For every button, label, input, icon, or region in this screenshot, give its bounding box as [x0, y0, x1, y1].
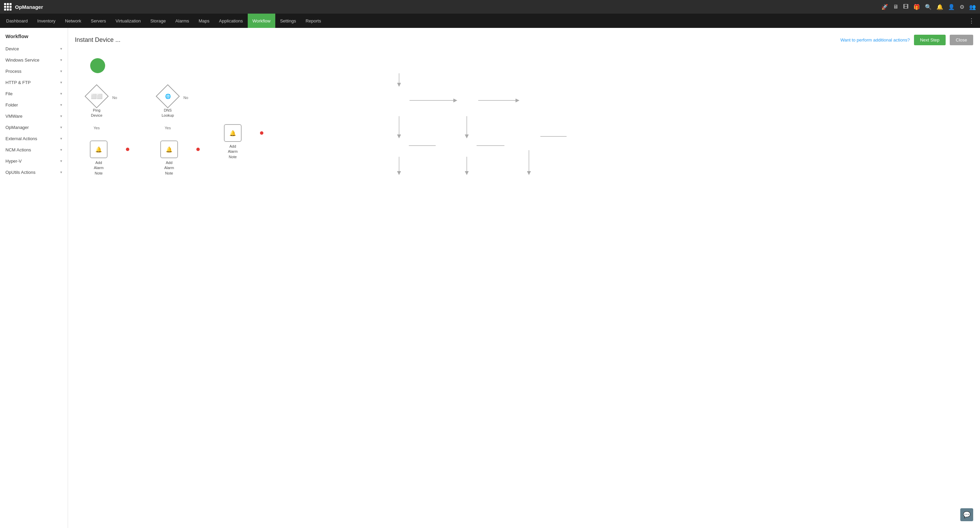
chat-button[interactable]: 💬: [960, 508, 973, 521]
nav-dashboard[interactable]: Dashboard: [2, 14, 33, 28]
dns-lookup-diamond: 🌐: [158, 86, 178, 107]
alarm-note-2-node[interactable]: 🔔 AddAlarmNote: [159, 140, 179, 176]
topbar-right: 🚀 🖥 🎞 🎁 🔍 🔔 👤 ⚙ 👥: [881, 4, 976, 10]
chevron-vmware: ▾: [60, 114, 62, 118]
page-title: Instant Device ...: [75, 37, 121, 43]
nav-applications[interactable]: Applications: [215, 14, 248, 28]
ping-device-label: PingDevice: [91, 108, 102, 118]
nav-workflow[interactable]: Workflow: [248, 14, 275, 28]
red-dot-1: [126, 148, 129, 151]
chevron-http-ftp: ▾: [60, 80, 62, 85]
alarm-note-2-label: AddAlarmNote: [164, 160, 174, 176]
nav-settings[interactable]: Settings: [275, 14, 301, 28]
sidebar-item-file[interactable]: File ▾: [0, 88, 68, 99]
sidebar-item-windows-service[interactable]: Windows Service ▾: [0, 54, 68, 66]
additional-actions-link[interactable]: Want to perform additional actions?: [840, 37, 910, 43]
chevron-file: ▾: [60, 92, 62, 96]
chevron-windows-service: ▾: [60, 58, 62, 62]
sidebar-item-opmanager[interactable]: OpManager ▾: [0, 122, 68, 133]
dns-no-label: No: [183, 95, 188, 100]
chevron-ncm-actions: ▾: [60, 148, 62, 152]
start-node[interactable]: [90, 58, 105, 73]
dns-lookup-node[interactable]: 🌐 DNSLookup No Yes: [158, 86, 178, 118]
alarm-note-1-label: AddAlarmNote: [94, 160, 104, 176]
chevron-opmanager: ▾: [60, 125, 62, 130]
next-step-button[interactable]: Next Step: [914, 35, 946, 45]
rocket-icon[interactable]: 🚀: [881, 4, 888, 10]
content-area: Instant Device ... Want to perform addit…: [68, 28, 980, 528]
nav-alarms[interactable]: Alarms: [170, 14, 194, 28]
chevron-oputils-actions: ▾: [60, 170, 62, 175]
workflow-canvas: ⬜⬜ PingDevice No Yes 🌐 DNSLookup No Yes: [75, 52, 973, 222]
chevron-hyper-v: ▾: [60, 159, 62, 163]
start-circle: [90, 58, 105, 73]
nav-virtualization[interactable]: Virtualization: [111, 14, 146, 28]
header-actions: Want to perform additional actions? Next…: [840, 35, 973, 45]
alarm-note-2-box: 🔔: [159, 140, 179, 159]
alarm-note-3-label: AddAlarmNote: [228, 144, 238, 159]
chevron-external-actions: ▾: [60, 137, 62, 141]
sidebar-item-oputils-actions[interactable]: OpUtils Actions ▾: [0, 167, 68, 178]
alarm-note-3-box: 🔔: [223, 124, 242, 143]
person-icon[interactable]: 👥: [969, 4, 976, 10]
nav-storage[interactable]: Storage: [146, 14, 171, 28]
chevron-device: ▾: [60, 47, 62, 51]
red-dot-3: [260, 131, 263, 135]
dns-lookup-label: DNSLookup: [162, 108, 174, 118]
sidebar-title: Workflow: [0, 33, 68, 43]
sidebar: Workflow Device ▾ Windows Service ▾ Proc…: [0, 28, 68, 528]
ping-no-label: No: [112, 95, 117, 100]
ping-yes-label: Yes: [94, 126, 100, 130]
user-circle-icon[interactable]: 👤: [948, 4, 955, 10]
film-icon[interactable]: 🎞: [903, 4, 908, 10]
app-logo: OpManager: [15, 4, 43, 10]
sidebar-item-process[interactable]: Process ▾: [0, 66, 68, 77]
monitor-icon[interactable]: 🖥: [893, 4, 898, 10]
close-button[interactable]: Close: [950, 35, 973, 45]
alarm-note-3-node[interactable]: 🔔 AddAlarmNote: [223, 124, 242, 159]
sidebar-item-ncm-actions[interactable]: NCM Actions ▾: [0, 144, 68, 156]
navbar: Dashboard Inventory Network Servers Virt…: [0, 14, 980, 28]
nav-network[interactable]: Network: [60, 14, 86, 28]
chevron-folder: ▾: [60, 103, 62, 107]
sidebar-item-device[interactable]: Device ▾: [0, 43, 68, 54]
sidebar-item-hyper-v[interactable]: Hyper-V ▾: [0, 156, 68, 167]
ping-device-diamond: ⬜⬜: [86, 86, 107, 107]
main-layout: Workflow Device ▾ Windows Service ▾ Proc…: [0, 28, 980, 528]
nav-maps[interactable]: Maps: [194, 14, 215, 28]
sidebar-item-external-actions[interactable]: External Actions ▾: [0, 133, 68, 144]
sidebar-item-vmware[interactable]: VMWare ▾: [0, 111, 68, 122]
gift-icon[interactable]: 🎁: [913, 4, 920, 10]
sidebar-item-folder[interactable]: Folder ▾: [0, 99, 68, 111]
content-header: Instant Device ... Want to perform addit…: [75, 35, 973, 45]
grid-icon[interactable]: [4, 3, 11, 11]
alarm-note-1-box: 🔔: [89, 140, 108, 159]
nav-inventory[interactable]: Inventory: [33, 14, 60, 28]
nav-servers[interactable]: Servers: [86, 14, 111, 28]
ping-device-node[interactable]: ⬜⬜ PingDevice No Yes: [86, 86, 107, 118]
bell-icon[interactable]: 🔔: [937, 4, 943, 10]
chevron-process: ▾: [60, 69, 62, 73]
topbar-left: OpManager: [4, 3, 43, 11]
nav-more-icon[interactable]: ⋮: [964, 17, 978, 24]
search-icon[interactable]: 🔍: [925, 4, 932, 10]
nav-reports[interactable]: Reports: [301, 14, 326, 28]
topbar: OpManager 🚀 🖥 🎞 🎁 🔍 🔔 👤 ⚙ 👥: [0, 0, 980, 14]
dns-yes-label: Yes: [165, 126, 171, 130]
sidebar-item-http-ftp[interactable]: HTTP & FTP ▾: [0, 77, 68, 88]
red-dot-2: [196, 148, 200, 151]
alarm-note-1-node[interactable]: 🔔 AddAlarmNote: [89, 140, 108, 176]
gear-icon[interactable]: ⚙: [959, 4, 964, 10]
